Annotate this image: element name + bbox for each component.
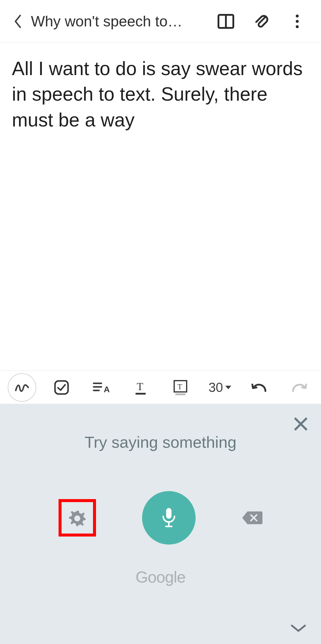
- reader-mode-button[interactable]: [208, 14, 244, 29]
- voice-input-panel: Try saying something Google: [0, 404, 321, 644]
- svg-rect-18: [166, 508, 171, 519]
- undo-icon: [251, 382, 268, 393]
- attach-button[interactable]: [244, 13, 279, 30]
- paperclip-icon: [253, 13, 270, 30]
- text-color-button[interactable]: T: [122, 371, 160, 404]
- font-size-value: 30: [208, 380, 223, 395]
- microphone-icon: [161, 507, 177, 529]
- text-style-icon: A: [92, 381, 110, 394]
- handwriting-icon: [15, 382, 29, 393]
- draw-circle: [8, 373, 36, 402]
- microphone-button[interactable]: [142, 491, 196, 545]
- checkbox-icon: [54, 380, 69, 395]
- voice-brand: Google: [0, 568, 321, 586]
- svg-point-2: [296, 15, 299, 18]
- svg-text:T: T: [177, 382, 182, 391]
- svg-text:A: A: [104, 385, 110, 394]
- text-color-icon: T: [134, 380, 147, 395]
- more-options-button[interactable]: [279, 14, 315, 29]
- text-background-icon: T: [173, 379, 188, 395]
- collapse-keyboard-button[interactable]: [290, 623, 307, 633]
- book-open-icon: [218, 14, 234, 29]
- svg-text:T: T: [137, 381, 143, 393]
- format-toolbar: A T T 30: [0, 371, 321, 404]
- svg-point-17: [74, 515, 80, 521]
- close-voice-button[interactable]: [294, 417, 308, 431]
- caret-down-icon: [225, 386, 231, 389]
- text-style-button[interactable]: A: [82, 371, 120, 404]
- app-topbar: Why won't speech to…: [0, 0, 321, 43]
- svg-rect-5: [55, 381, 68, 394]
- back-button[interactable]: [6, 14, 30, 29]
- svg-point-4: [296, 25, 299, 28]
- note-text: All I want to do is say swear words in s…: [12, 56, 309, 133]
- draw-button[interactable]: [3, 371, 41, 404]
- undo-button[interactable]: [241, 371, 278, 404]
- redo-icon: [291, 382, 307, 393]
- voice-settings-button[interactable]: [59, 499, 96, 537]
- voice-controls-row: [0, 488, 321, 548]
- chevron-left-icon: [14, 14, 22, 29]
- svg-point-3: [296, 20, 299, 23]
- more-vertical-icon: [295, 14, 299, 29]
- voice-prompt: Try saying something: [0, 433, 321, 451]
- font-size-button[interactable]: 30: [201, 371, 239, 404]
- gear-icon: [69, 509, 86, 526]
- chevron-down-icon: [290, 623, 307, 633]
- redo-button[interactable]: [280, 371, 318, 404]
- page-title: Why won't speech to…: [30, 13, 208, 30]
- backspace-icon: [242, 510, 262, 526]
- backspace-button[interactable]: [242, 510, 262, 525]
- note-body[interactable]: All I want to do is say swear words in s…: [0, 43, 321, 133]
- close-icon: [294, 417, 308, 431]
- checklist-button[interactable]: [43, 371, 80, 404]
- background-color-button[interactable]: T: [161, 371, 199, 404]
